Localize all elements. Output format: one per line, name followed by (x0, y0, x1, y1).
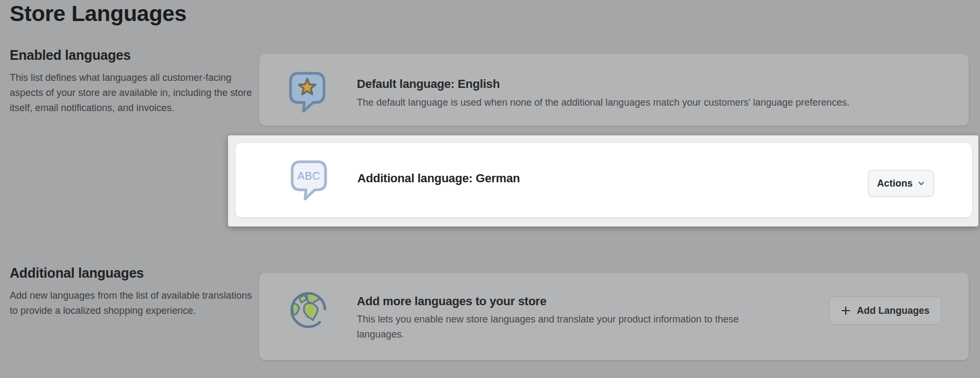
additional-languages-description: Add new languages from the list of avail… (10, 288, 257, 318)
add-languages-title: Add more languages to your store (357, 294, 547, 308)
german-language-title: Additional language: German (357, 171, 520, 185)
actions-button[interactable]: Actions (868, 170, 934, 197)
enabled-languages-heading: Enabled languages (10, 47, 130, 63)
actions-button-label: Actions (877, 178, 913, 189)
tutorial-spotlight: ABC Additional language: German Actions (228, 135, 978, 226)
chevron-down-icon (917, 180, 925, 187)
default-language-card: Default language: English The default la… (259, 54, 969, 126)
additional-language-german-card[interactable]: ABC Additional language: German Actions (236, 143, 972, 217)
default-language-description: The default language is used when none o… (357, 95, 934, 110)
enabled-languages-description: This list defines what languages all cus… (10, 70, 257, 115)
add-languages-button-label: Add Languages (857, 305, 929, 317)
globe-icon (289, 291, 327, 331)
add-languages-button[interactable]: Add Languages (829, 297, 941, 325)
abc-speech-bubble-icon: ABC (291, 160, 327, 203)
abc-icon-label: ABC (298, 170, 321, 182)
page-title: Store Languages (10, 1, 187, 26)
additional-languages-heading: Additional languages (10, 265, 144, 281)
add-languages-card: Add more languages to your store This le… (259, 273, 969, 360)
store-languages-page: Store Languages Enabled languages This l… (0, 0, 980, 378)
star-speech-bubble-icon (289, 72, 326, 115)
default-language-title: Default language: English (357, 77, 500, 91)
add-languages-description: This lets you enable new store languages… (357, 312, 788, 342)
plus-icon (840, 305, 851, 316)
